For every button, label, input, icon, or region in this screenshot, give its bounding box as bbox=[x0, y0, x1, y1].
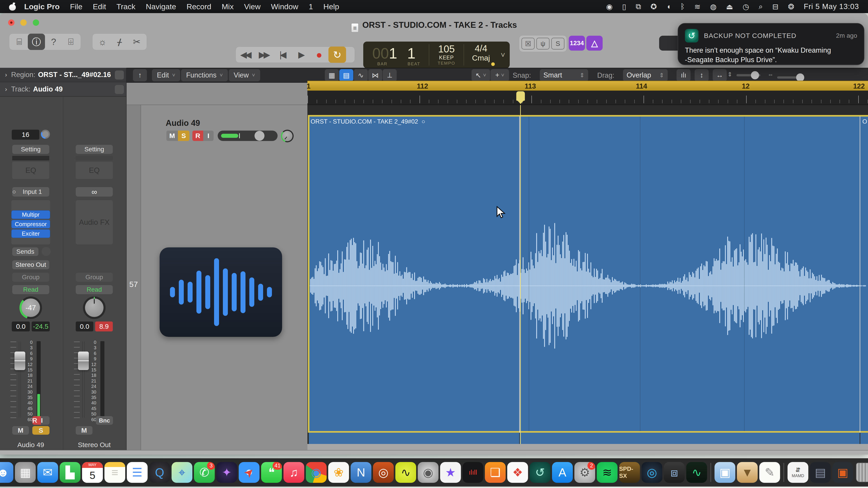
dock-max-app[interactable]: ∿ bbox=[395, 462, 416, 483]
editors-button[interactable]: ✂ bbox=[128, 34, 145, 50]
strip-right-mute-button[interactable]: M bbox=[76, 426, 92, 435]
strip-right-peak-value[interactable]: 8.9 bbox=[95, 322, 113, 331]
lcd-chevron-icon[interactable]: ˅ bbox=[498, 51, 508, 59]
smart-controls-button[interactable]: ☼ bbox=[94, 34, 111, 50]
automation-button[interactable]: ∿ bbox=[354, 69, 368, 81]
accessibility-icon[interactable]: ✪ bbox=[651, 2, 657, 11]
dock-spd-sx-app[interactable]: SPD-SX bbox=[619, 462, 640, 483]
horizontal-zoom-slider[interactable] bbox=[777, 76, 804, 78]
dock-color-swirl-app[interactable]: ❖ bbox=[507, 462, 528, 483]
dock-mail[interactable]: ✉ bbox=[37, 462, 58, 483]
dock-stocks[interactable]: ▙ bbox=[60, 462, 81, 483]
track-record-button[interactable]: R bbox=[192, 131, 203, 141]
dock-music[interactable]: ♫ bbox=[283, 462, 304, 483]
dock-camera-ring-app[interactable]: ◎ bbox=[642, 462, 662, 483]
dock-logic-pro[interactable]: ◉ bbox=[418, 462, 438, 483]
hide-regions-button[interactable]: ↑ bbox=[133, 69, 147, 81]
strip-left-output-button[interactable]: Stereo Out bbox=[12, 260, 49, 269]
track-pan-knob[interactable] bbox=[281, 130, 293, 142]
library-button[interactable]: ⌸ bbox=[11, 34, 28, 50]
dock-photos[interactable]: ❀ bbox=[328, 462, 349, 483]
flex-button[interactable]: ⋈ bbox=[368, 69, 382, 81]
playhead-marker[interactable] bbox=[516, 91, 525, 101]
strip-left-name[interactable]: Audio 49 bbox=[4, 441, 57, 449]
menu-item-record[interactable]: Record bbox=[181, 0, 217, 13]
menu-view-dropdown[interactable]: View˅ bbox=[229, 69, 260, 81]
dock-pictures-folder[interactable]: ▣ bbox=[715, 462, 735, 483]
rewind-button[interactable]: ◀◀ bbox=[236, 46, 254, 63]
count-in-button[interactable]: 1234 bbox=[569, 36, 585, 51]
dock-time-machine[interactable]: ↺ bbox=[530, 462, 550, 483]
dock-minimized-window[interactable]: ▣ bbox=[832, 462, 853, 483]
solo-button[interactable]: S bbox=[551, 38, 564, 50]
bluetooth-icon[interactable]: ᛒ bbox=[680, 2, 685, 11]
strip-left-solo-button[interactable]: S bbox=[32, 426, 50, 435]
track-inspector-header[interactable]: › Track: Audio 49 bbox=[0, 82, 126, 97]
screen-mirror-icon[interactable]: ⧉ bbox=[636, 2, 641, 11]
menu-item-1[interactable]: 1 bbox=[304, 0, 318, 13]
dock-finder[interactable]: ☻ bbox=[0, 462, 13, 483]
track-name[interactable]: Audio 49 bbox=[166, 119, 200, 128]
dock-eos-utility[interactable]: ⧈ bbox=[664, 462, 685, 483]
strip-left-volume-value[interactable]: 0.0 bbox=[12, 322, 30, 331]
autopunch-button[interactable]: ☒ bbox=[522, 38, 535, 50]
play-button[interactable]: ▶ bbox=[291, 46, 310, 63]
strip-right-automation-button[interactable]: Read bbox=[76, 285, 113, 294]
dock-reminders[interactable]: ☰ bbox=[127, 462, 148, 483]
drag-select[interactable]: Overlap⇕ bbox=[623, 69, 668, 81]
track-disclosure-icon[interactable]: › bbox=[5, 86, 7, 93]
dock-calendar[interactable]: MAY5 bbox=[82, 462, 103, 483]
dock-facetime[interactable]: ✆3 bbox=[194, 462, 215, 483]
menu-edit-dropdown[interactable]: Edit˅ bbox=[152, 69, 180, 81]
menu-item-help[interactable]: Help bbox=[318, 0, 344, 13]
strip-right-eq-thumbnail[interactable]: EQ bbox=[76, 162, 113, 179]
dock-native-instruments[interactable]: N bbox=[350, 462, 371, 483]
plugin-exciter[interactable]: Exciter bbox=[11, 229, 50, 238]
backup-notification[interactable]: ↺ BACKUP NOT COMPLETED 2m ago There isn’… bbox=[678, 23, 864, 65]
mixer-button[interactable]: ᚋ bbox=[111, 34, 128, 50]
track-icon-waveform[interactable] bbox=[160, 248, 282, 337]
list-view-button[interactable]: ▤ bbox=[339, 69, 353, 81]
region-inspector-header[interactable]: › Region: ORST - ST..._49#02.16 bbox=[0, 68, 126, 82]
menubar-clock[interactable]: Fri 5 May 13:03 bbox=[804, 2, 859, 11]
dock-app-store[interactable]: A bbox=[552, 462, 573, 483]
track-input-button[interactable]: I bbox=[203, 131, 214, 141]
control-center-icon[interactable]: ⊟ bbox=[772, 2, 778, 11]
eject-icon[interactable]: ⏏ bbox=[726, 2, 733, 11]
strip-left-automation-button[interactable]: Read bbox=[12, 285, 49, 294]
toolbar-button[interactable]: ⌹ bbox=[62, 34, 79, 50]
forward-button[interactable]: ▶▶ bbox=[254, 46, 273, 63]
strip-left-peak-value[interactable]: -24.5 bbox=[32, 322, 50, 331]
menu-logic-pro[interactable]: Logic Pro bbox=[19, 0, 65, 13]
dock-siri[interactable]: ✦ bbox=[216, 462, 237, 483]
strip-left-number[interactable]: 16 bbox=[12, 130, 39, 140]
strip-right-volume-value[interactable]: 0.0 bbox=[76, 322, 93, 331]
dock-chrome[interactable]: ◉ bbox=[306, 462, 327, 483]
dock-quicktime[interactable]: Q bbox=[149, 462, 170, 483]
spotlight-icon[interactable]: ⌕ bbox=[758, 2, 763, 11]
dock-textedit-document[interactable]: ✎ bbox=[759, 462, 780, 483]
dock-audio-monitor-app[interactable]: ∿ bbox=[686, 462, 707, 483]
strip-right-format-button[interactable]: ∞ bbox=[76, 187, 113, 197]
plugin-multipr[interactable]: Multipr bbox=[11, 210, 50, 219]
waveform-zoom-button[interactable]: ılı bbox=[677, 69, 690, 81]
menu-item-edit[interactable]: Edit bbox=[88, 0, 112, 13]
strip-left-setting-button[interactable]: Setting bbox=[12, 145, 49, 154]
strip-left-eq-thumbnail[interactable]: EQ bbox=[12, 162, 49, 179]
menu-functions-dropdown[interactable]: Functions˅ bbox=[181, 69, 228, 81]
track-mute-button[interactable]: M bbox=[166, 131, 178, 141]
grid-view-button[interactable]: ▦ bbox=[325, 69, 339, 81]
strip-left-group-button[interactable]: Group bbox=[12, 273, 49, 282]
volume-icon[interactable]: ◖ bbox=[666, 2, 671, 11]
strip-left-record-input-buttons[interactable]: RI bbox=[32, 416, 50, 425]
track-volume-slider[interactable] bbox=[218, 131, 278, 141]
dock-safari[interactable]: ➤ bbox=[239, 462, 259, 483]
menu-item-view[interactable]: View bbox=[239, 0, 266, 13]
strip-left-pan-knob[interactable]: -47 bbox=[20, 296, 42, 319]
strip-left-fader[interactable] bbox=[14, 352, 25, 370]
dock-trash[interactable] bbox=[855, 462, 868, 483]
dock-system-settings[interactable]: ⚙2 bbox=[575, 462, 595, 483]
apple-menu-icon[interactable] bbox=[9, 2, 16, 11]
screen-record-icon[interactable]: ◉ bbox=[606, 2, 613, 11]
strip-right-setting-button[interactable]: Setting bbox=[76, 145, 113, 154]
